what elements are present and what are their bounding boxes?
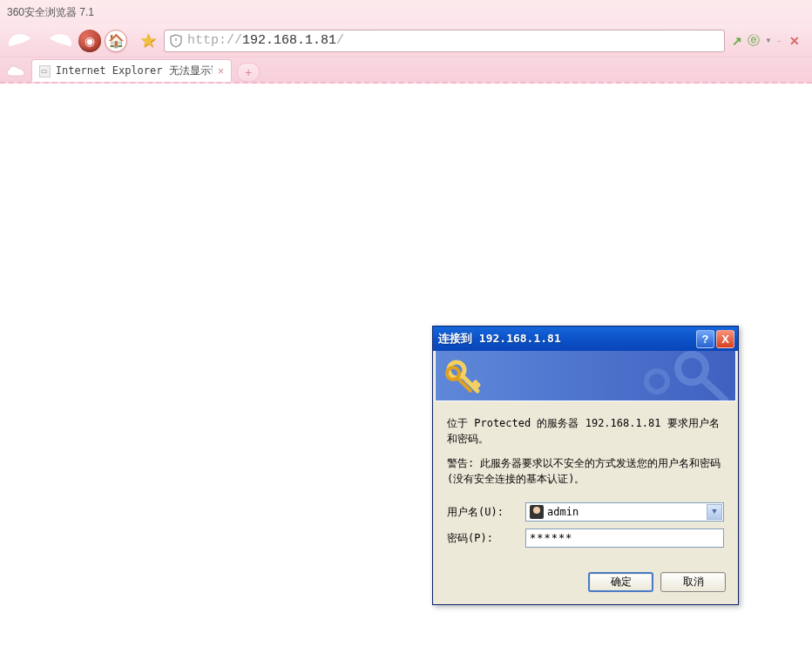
page-icon: ▭ <box>39 65 51 77</box>
tab-title: Internet Explorer 无法显示该网 <box>56 64 213 78</box>
browser-toolbar: ◉ 🏠 ★ http://192.168.1.81/ ↗ ⓔ ▼ - ✕ <box>0 24 812 57</box>
wing-left-icon[interactable] <box>5 30 38 52</box>
compat-icon[interactable]: ⓔ <box>748 33 760 49</box>
username-row: 用户名(U): admin ▼ <box>447 502 724 522</box>
dialog-body: 位于 Protected 的服务器 192.168.1.81 要求用户名和密码。… <box>433 403 738 563</box>
username-label: 用户名(U): <box>447 504 525 520</box>
record-icon[interactable]: ◉ <box>78 30 101 52</box>
cancel-button[interactable]: 取消 <box>660 572 726 592</box>
password-value: ****** <box>530 530 572 546</box>
chevron-down-icon[interactable]: ▼ <box>707 504 722 520</box>
new-tab-button[interactable]: + <box>237 63 260 82</box>
favorites-icon[interactable]: ★ <box>139 30 157 52</box>
browser-tab[interactable]: ▭ Internet Explorer 无法显示该网 × <box>31 59 232 82</box>
dialog-buttons: 确定 取消 <box>433 563 738 604</box>
url-text: http://192.168.1.81/ <box>187 33 344 48</box>
keys-icon <box>444 358 484 394</box>
svg-point-2 <box>678 354 706 382</box>
password-row: 密码(P): ****** <box>447 528 724 548</box>
browser-titlebar: 360安全浏览器 7.1 <box>0 0 812 24</box>
dialog-close-button[interactable]: X <box>716 330 734 348</box>
help-button[interactable]: ? <box>696 330 714 348</box>
close-icon[interactable]: ✕ <box>786 34 803 48</box>
ok-button[interactable]: 确定 <box>588 572 653 592</box>
banner-decoration <box>631 351 735 401</box>
dialog-message-1: 位于 Protected 的服务器 192.168.1.81 要求用户名和密码。 <box>447 415 724 447</box>
browser-title: 360安全浏览器 7.1 <box>7 5 94 20</box>
dialog-message-2: 警告: 此服务器要求以不安全的方式发送您的用户名和密码(没有安全连接的基本认证)… <box>447 455 724 487</box>
password-input[interactable]: ****** <box>525 528 724 548</box>
cloud-icon[interactable] <box>3 61 28 82</box>
page-content: 连接到 192.168.1.81 ? X 位于 Protected 的服务器 1… <box>0 84 812 653</box>
separator: - <box>777 35 781 47</box>
dialog-titlebar[interactable]: 连接到 192.168.1.81 ? X <box>433 326 738 351</box>
wing-right-icon[interactable] <box>42 30 75 52</box>
username-input[interactable]: admin ▼ <box>525 502 724 522</box>
tab-bar: ▭ Internet Explorer 无法显示该网 × + <box>0 57 812 84</box>
tab-close-icon[interactable]: × <box>218 65 224 77</box>
shield-icon <box>168 33 184 49</box>
dropdown-icon[interactable]: ▼ <box>765 37 772 44</box>
dialog-title: 连接到 192.168.1.81 <box>436 331 694 347</box>
svg-point-3 <box>646 371 667 392</box>
auth-dialog: 连接到 192.168.1.81 ? X 位于 Protected 的服务器 1… <box>432 326 739 605</box>
home-icon[interactable]: 🏠 <box>105 30 127 52</box>
password-label: 密码(P): <box>447 530 525 546</box>
share-icon[interactable]: ↗ <box>732 34 742 48</box>
address-bar[interactable]: http://192.168.1.81/ <box>164 30 725 52</box>
dialog-banner <box>435 351 736 401</box>
user-icon <box>530 505 544 519</box>
username-value: admin <box>547 504 579 520</box>
toolbar-right: ↗ ⓔ ▼ - ✕ <box>732 33 807 49</box>
